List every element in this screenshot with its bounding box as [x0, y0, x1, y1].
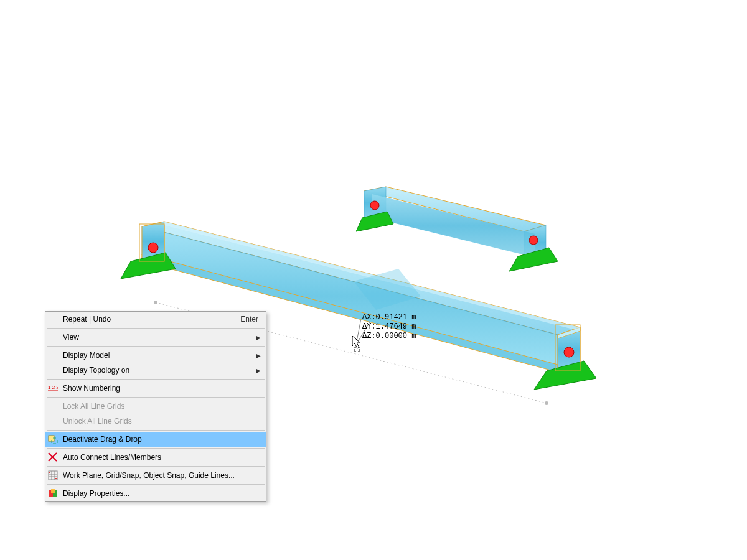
svg-point-12	[529, 236, 538, 245]
context-menu: Repeat | Undo Enter View ▶ Display Model…	[45, 311, 266, 502]
menu-deactivate-drag-drop[interactable]: Deactivate Drag & Drop	[45, 432, 266, 447]
menu-display-topology-on[interactable]: Display Topology on ▶	[45, 363, 266, 378]
menu-separator	[47, 397, 265, 398]
blank-icon	[45, 363, 60, 378]
menu-separator	[47, 484, 265, 485]
accel-label: Enter	[240, 315, 261, 324]
menu-view[interactable]: View ▶	[45, 330, 266, 345]
svg-marker-9	[356, 212, 393, 231]
blank-icon	[45, 348, 60, 363]
svg-rect-44	[51, 489, 55, 493]
menu-repeat-undo[interactable]: Repeat | Undo Enter	[45, 312, 266, 327]
menu-separator	[47, 466, 265, 467]
menu-show-numbering[interactable]: 1 2 3 Show Numbering	[45, 381, 266, 396]
svg-point-41	[55, 478, 57, 479]
svg-point-24	[564, 347, 574, 357]
svg-point-40	[49, 472, 50, 473]
drag-drop-icon	[45, 432, 60, 447]
grid-icon	[45, 468, 60, 483]
delta-readout: ΔX:0.91421 m ΔY:1.47649 m ΔZ:0.00000 m	[362, 313, 416, 341]
menu-separator	[47, 328, 265, 329]
svg-point-10	[370, 201, 379, 210]
svg-point-2	[545, 401, 548, 405]
blank-icon	[45, 330, 60, 345]
blank-icon	[45, 312, 60, 327]
svg-text:1 2 3: 1 2 3	[48, 385, 58, 390]
numbering-icon: 1 2 3	[45, 381, 60, 396]
menu-work-plane[interactable]: Work Plane, Grid/Snap, Object Snap, Guid…	[45, 468, 266, 483]
menu-separator	[47, 448, 265, 449]
menu-display-properties[interactable]: Display Properties...	[45, 486, 266, 501]
delta-x-row: ΔX:0.91421 m	[362, 313, 416, 322]
svg-point-21	[148, 243, 158, 253]
menu-display-model[interactable]: Display Model ▶	[45, 348, 266, 363]
menu-auto-connect[interactable]: Auto Connect Lines/Members	[45, 450, 266, 465]
menu-separator	[47, 346, 265, 347]
submenu-arrow-icon: ▶	[256, 334, 261, 341]
submenu-arrow-icon: ▶	[256, 367, 261, 374]
delta-z-row: ΔZ:0.00000 m	[362, 332, 416, 340]
menu-separator	[47, 379, 265, 380]
svg-point-1	[154, 301, 157, 304]
blank-icon	[45, 414, 60, 429]
submenu-arrow-icon: ▶	[256, 352, 261, 359]
menu-separator	[47, 430, 265, 431]
blank-icon	[45, 399, 60, 414]
auto-connect-icon	[45, 450, 60, 465]
menu-unlock-all-line-grids: Unlock All Line Grids	[45, 414, 266, 429]
delta-y-row: ΔY:1.47649 m	[362, 322, 416, 331]
menu-lock-all-line-grids: Lock All Line Grids	[45, 399, 266, 414]
display-properties-icon	[45, 486, 60, 501]
